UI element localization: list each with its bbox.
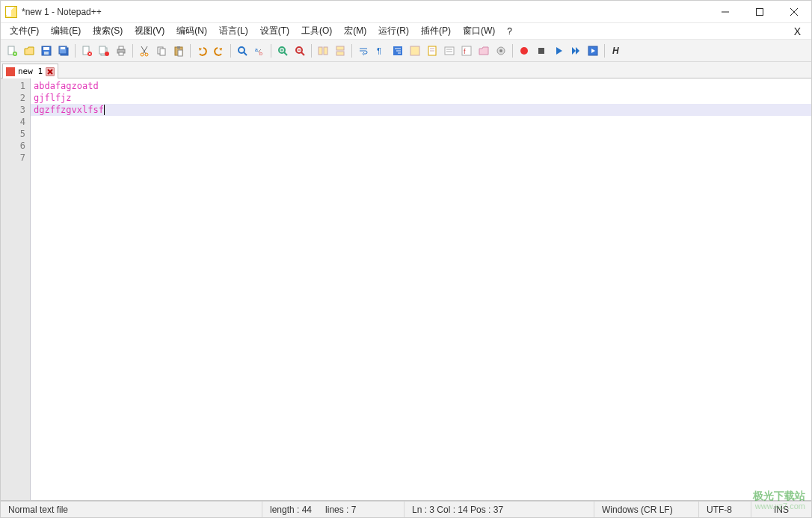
code-line[interactable] [31, 152, 811, 164]
svg-marker-67 [572, 47, 576, 55]
save-all-icon[interactable] [55, 43, 72, 59]
svg-line-34 [244, 52, 247, 55]
svg-line-43 [301, 52, 304, 55]
menu-encoding[interactable]: 编码(N) [170, 23, 213, 39]
paste-icon[interactable] [170, 43, 187, 59]
replace-icon[interactable]: ab [251, 43, 268, 59]
svg-marker-66 [556, 47, 562, 55]
wordwrap-icon[interactable] [355, 43, 372, 59]
svg-rect-31 [177, 46, 180, 49]
tabbar: new 1 [1, 62, 811, 78]
save-icon[interactable] [38, 43, 55, 59]
window-title: *new 1 - Notepad++ [22, 7, 102, 17]
code-line[interactable] [31, 128, 811, 140]
svg-text:b: b [259, 51, 262, 56]
tab-close-icon[interactable] [46, 67, 55, 76]
find-icon[interactable] [234, 43, 250, 59]
code-area[interactable]: abdafagzoatdgjflfjzdgzffzgvxlfsf [31, 78, 811, 500]
svg-rect-53 [410, 46, 419, 55]
toolbar-separator [351, 44, 352, 58]
maximize-button[interactable] [742, 1, 777, 23]
menu-run[interactable]: 运行(R) [372, 23, 415, 39]
toolbar-separator [311, 44, 312, 58]
toolbar-separator [271, 44, 271, 58]
svg-rect-32 [178, 50, 182, 56]
record-macro-icon[interactable] [516, 43, 532, 59]
window-controls [708, 1, 811, 23]
doc-map-icon[interactable] [424, 43, 440, 59]
sync-v-icon[interactable] [315, 43, 331, 59]
menu-view[interactable]: 视图(V) [129, 23, 170, 39]
play-multi-icon[interactable] [568, 43, 584, 59]
folder-tree-icon[interactable] [476, 43, 492, 59]
menu-help[interactable]: ? [501, 25, 518, 38]
status-eol[interactable]: Windows (CR LF) [594, 502, 699, 517]
svg-point-64 [520, 47, 528, 55]
stop-macro-icon[interactable] [533, 43, 550, 59]
function-list-icon[interactable]: f [458, 43, 475, 59]
svg-text:H: H [612, 46, 619, 56]
menu-search[interactable]: 搜索(S) [87, 23, 129, 39]
new-file-icon[interactable] [4, 43, 20, 59]
menu-tools[interactable]: 工具(O) [295, 23, 338, 39]
line-number-gutter: 1234567 [1, 78, 31, 500]
zoom-in-icon[interactable] [274, 43, 291, 59]
svg-rect-45 [324, 47, 327, 55]
zoom-out-icon[interactable] [292, 43, 308, 59]
svg-rect-65 [538, 48, 544, 54]
status-filetype: Normal text file [1, 502, 262, 517]
code-line[interactable]: abdafagzoatd [31, 80, 811, 92]
modified-indicator-icon [6, 67, 15, 76]
svg-rect-22 [119, 46, 123, 49]
print-icon[interactable] [113, 43, 129, 59]
editor[interactable]: 1234567 abdafagzoatdgjflfjzdgzffzgvxlfsf [1, 78, 811, 501]
svg-point-20 [105, 52, 109, 56]
close-file-icon[interactable] [79, 43, 95, 59]
indent-guide-icon[interactable] [390, 43, 406, 59]
tab-new-1[interactable]: new 1 [2, 64, 58, 78]
svg-point-27 [145, 53, 148, 56]
svg-rect-19 [99, 46, 105, 54]
monitoring-icon[interactable] [493, 43, 509, 59]
toolbar-separator [512, 44, 513, 58]
doc-list-icon[interactable] [441, 43, 458, 59]
svg-rect-46 [336, 46, 344, 50]
menu-settings[interactable]: 设置(T) [254, 23, 295, 39]
code-line[interactable]: gjflfjz [31, 92, 811, 104]
menu-edit[interactable]: 编辑(E) [45, 23, 87, 39]
svg-text:a: a [255, 47, 258, 52]
status-encoding[interactable]: UTF-8 [699, 502, 751, 517]
show-all-chars-icon[interactable]: ¶ [372, 43, 389, 59]
menu-file[interactable]: 文件(F) [4, 23, 45, 39]
menu-window[interactable]: 窗口(W) [457, 23, 501, 39]
bold-h-icon[interactable]: H [608, 43, 624, 59]
svg-rect-10 [44, 52, 49, 55]
svg-rect-29 [160, 49, 165, 55]
sync-h-icon[interactable] [332, 43, 348, 59]
udl-icon[interactable] [407, 43, 423, 59]
statusbar: Normal text file length : 44 lines : 7 L… [1, 501, 811, 517]
toolbar-separator [604, 44, 605, 58]
close-button[interactable] [777, 1, 811, 23]
close-all-icon[interactable] [96, 43, 112, 59]
menu-language[interactable]: 语言(L) [213, 23, 254, 39]
code-line[interactable] [31, 140, 811, 152]
menu-macro[interactable]: 宏(M) [338, 23, 372, 39]
code-line[interactable]: dgzffzgvxlfsf [31, 104, 811, 116]
status-insert-mode[interactable]: INS [751, 502, 811, 517]
minimize-button[interactable] [708, 1, 742, 23]
svg-rect-1 [757, 8, 763, 15]
redo-icon[interactable] [211, 43, 227, 59]
copy-icon[interactable] [153, 43, 170, 59]
open-file-icon[interactable] [21, 43, 37, 59]
menu-plugins[interactable]: 插件(P) [415, 23, 457, 39]
close-document-x[interactable]: X [787, 25, 808, 37]
code-line[interactable] [31, 116, 811, 128]
cut-icon[interactable] [136, 43, 153, 59]
save-macro-icon[interactable] [585, 43, 601, 59]
undo-icon[interactable] [194, 43, 210, 59]
svg-rect-57 [445, 47, 454, 55]
play-macro-icon[interactable] [550, 43, 567, 59]
status-length: length : 44 lines : 7 [262, 502, 405, 517]
menubar: 文件(F) 编辑(E) 搜索(S) 视图(V) 编码(N) 语言(L) 设置(T… [1, 23, 811, 40]
